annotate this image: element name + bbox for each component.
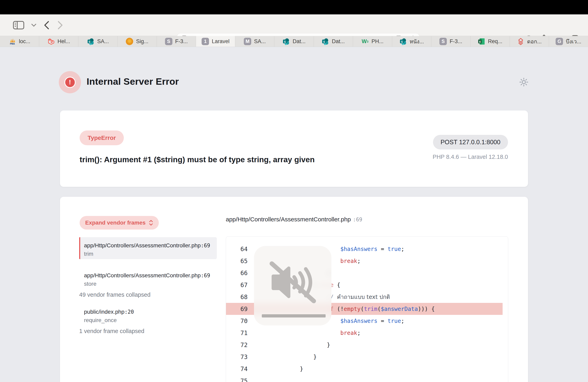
browser-tab[interactable]: S SA...: [78, 36, 118, 47]
excel-favicon: X: [478, 38, 485, 45]
mute-speaker-icon: [266, 259, 320, 306]
sidebar-chevron-down-icon[interactable]: [31, 23, 36, 27]
tab-strip: PMA loc... Hel... S SA... Sig... S F-3..…: [0, 36, 588, 47]
tab-label: Dat...: [293, 38, 306, 45]
stack-frame[interactable]: app/Http/Controllers/AssessmentControlle…: [79, 267, 217, 286]
collapsed-frames-note[interactable]: 1 vendor frame collapsed: [79, 328, 144, 334]
tab-label: PH...: [372, 38, 384, 45]
tab-label: Hel...: [58, 38, 70, 45]
svg-text:S: S: [323, 40, 325, 43]
line-code: }: [248, 354, 317, 360]
badge-favicon: 1: [202, 38, 209, 45]
line-number: 68: [226, 293, 248, 301]
tab-label: Dat...: [332, 38, 345, 45]
frame-method: trim: [84, 250, 213, 258]
svg-text:S: S: [401, 40, 403, 43]
badge-favicon: S: [440, 38, 447, 45]
tab-label: ดอก...: [527, 37, 542, 46]
svg-text:X: X: [479, 40, 481, 43]
frame-path: app/Http/Controllers/AssessmentControlle…: [84, 241, 213, 250]
line-number: 67: [226, 282, 248, 288]
php-laravel-versions: PHP 8.4.6 — Laravel 12.18.0: [433, 154, 508, 160]
stack-frame[interactable]: public/index.php:20 require_once: [79, 304, 217, 323]
laravel-favicon: [47, 38, 55, 45]
line-code: break;: [248, 330, 361, 336]
sharepoint-favicon: S: [322, 38, 329, 45]
line-code: }: [248, 366, 303, 372]
code-line: 72 }: [226, 339, 508, 351]
exception-type-badge: TypeError: [80, 131, 124, 145]
expand-vendor-frames-button[interactable]: Expand vendor frames: [80, 216, 159, 229]
menubar-black: [0, 0, 588, 14]
tab-label: SA...: [254, 38, 266, 45]
frame-method: store: [84, 280, 213, 288]
tab-label: หนัง...: [410, 37, 424, 46]
tab-label: F-3...: [175, 38, 188, 45]
sidebar-toggle-button[interactable]: [13, 20, 24, 30]
line-number: 66: [226, 269, 248, 277]
browser-tab[interactable]: 1 Laravel: [196, 36, 235, 47]
browser-toolbar: 127.0.0.1 A x: [0, 14, 588, 36]
request-method-badge: POST 127.0.0.1:8000: [433, 135, 508, 150]
tab-label: Sig...: [136, 38, 148, 45]
line-number: 64: [226, 246, 248, 252]
tab-label: F-3...: [450, 38, 462, 45]
line-code: }: [248, 342, 330, 348]
volume-mute-overlay: [254, 246, 331, 325]
tab-label: Laravel: [212, 38, 230, 45]
badge-favicon: S: [165, 38, 172, 45]
browser-tab[interactable]: M SA...: [235, 36, 274, 47]
w3-favicon: W3: [361, 38, 369, 45]
back-button[interactable]: [43, 20, 50, 30]
frame-path: app/Http/Controllers/AssessmentControlle…: [84, 271, 213, 280]
browser-tab[interactable]: S F-3...: [431, 36, 471, 47]
tab-label: บึงเว...: [566, 37, 581, 46]
code-file-path: app/Http/Controllers/AssessmentControlle…: [226, 216, 351, 223]
browser-tab[interactable]: G บึงเว...: [549, 36, 588, 47]
browser-tab[interactable]: S Dat...: [274, 36, 314, 47]
code-line: 73 }: [226, 351, 508, 363]
pma-favicon: PMA: [9, 38, 16, 45]
code-file-header: app/Http/Controllers/AssessmentControlle…: [226, 216, 362, 223]
browser-tab[interactable]: PMA loc...: [0, 36, 39, 47]
expand-collapse-icon: [149, 219, 153, 226]
page-title: Internal Server Error: [87, 76, 179, 87]
error-summary-card: TypeError POST 127.0.0.1:8000 trim(): Ar…: [60, 111, 528, 187]
code-line: 74 }: [226, 363, 508, 375]
browser-tab[interactable]: Hel...: [39, 36, 78, 47]
tab-label: Req...: [488, 38, 503, 45]
error-message: trim(): Argument #1 ($string) must be of…: [80, 155, 315, 164]
forward-button[interactable]: [57, 20, 63, 30]
code-line: 71 break;: [226, 327, 508, 339]
line-number: 70: [226, 317, 248, 325]
error-alert-icon: !: [59, 71, 81, 93]
sharepoint-favicon: S: [282, 38, 290, 45]
svg-text:S: S: [284, 40, 286, 43]
theme-toggle-sun-icon[interactable]: [519, 77, 529, 87]
tab-label: SA...: [97, 38, 109, 45]
collapsed-frames-note[interactable]: 49 vendor frames collapsed: [79, 291, 150, 298]
browser-tab[interactable]: S Dat...: [314, 36, 353, 47]
code-file-line: :69: [353, 217, 362, 223]
line-number: 73: [226, 353, 248, 361]
browser-window: 127.0.0.1 A x: [0, 0, 588, 382]
badge-favicon: G: [556, 38, 563, 45]
frame-path: public/index.php:20: [84, 307, 213, 316]
browser-tab[interactable]: W3 PH...: [353, 36, 392, 47]
line-number: 65: [226, 258, 248, 265]
browser-tab[interactable]: Sig...: [118, 36, 157, 47]
line-number: 75: [226, 377, 248, 382]
tab-label: loc...: [19, 38, 30, 45]
browser-tab[interactable]: X Req...: [471, 36, 510, 47]
browser-tab[interactable]: S F-3...: [157, 36, 196, 47]
expand-vendor-frames-label: Expand vendor frames: [85, 220, 146, 226]
frame-method: require_once: [84, 316, 213, 324]
browser-tab[interactable]: S หนัง...: [392, 36, 431, 47]
code-line: 75: [226, 375, 508, 382]
sharepoint-favicon: S: [87, 38, 94, 45]
line-number: 69: [226, 306, 248, 312]
svg-text:S: S: [89, 40, 90, 43]
browser-tab[interactable]: ดอก...: [510, 36, 549, 47]
stack-frame[interactable]: app/Http/Controllers/AssessmentControlle…: [79, 237, 217, 259]
volume-level-bar: [262, 314, 326, 317]
